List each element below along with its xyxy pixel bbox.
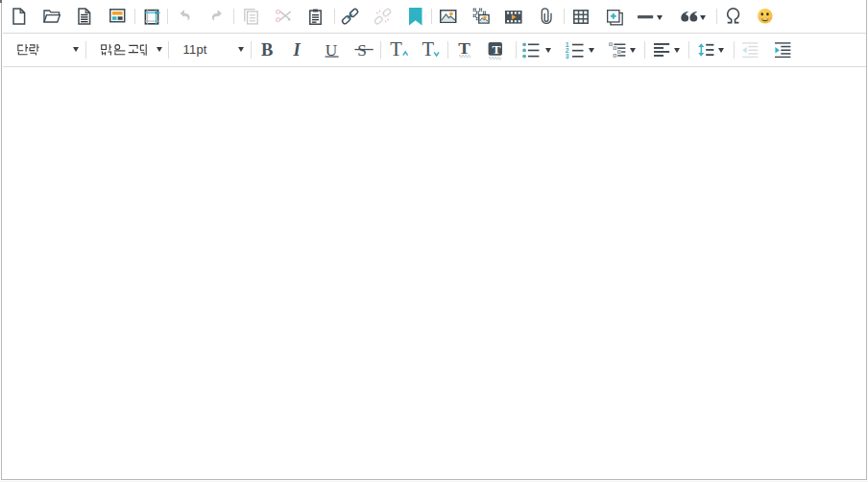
svg-text:3: 3 [565,52,568,60]
svg-text:B: B [261,40,273,60]
svg-text:T: T [492,42,500,57]
svg-text:S: S [357,41,367,60]
svg-text:T: T [422,38,434,60]
svg-text:I: I [293,40,301,60]
svg-text:T: T [390,38,402,60]
